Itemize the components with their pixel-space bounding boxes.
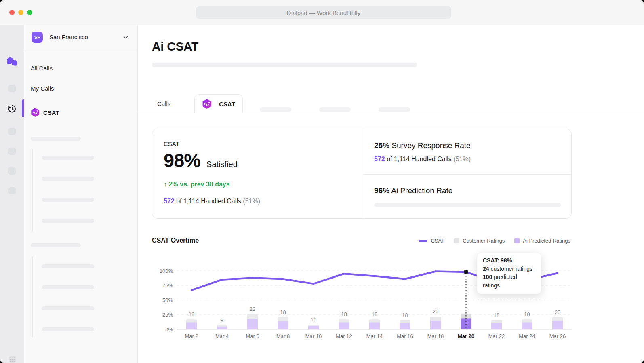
window-title: Dialpad — Work Beautifully xyxy=(196,6,451,19)
svg-text:22: 22 xyxy=(250,306,255,312)
skeleton-bar xyxy=(152,63,417,67)
page-title: Ai CSAT xyxy=(152,40,198,53)
tab-bar: Calls CSAT xyxy=(138,94,644,113)
svg-text:18: 18 xyxy=(494,312,499,318)
svg-text:Mar 24: Mar 24 xyxy=(519,333,535,339)
svg-text:100%: 100% xyxy=(160,268,173,274)
rail-item-placeholder[interactable] xyxy=(8,167,16,175)
svg-text:Mar 20: Mar 20 xyxy=(458,333,474,339)
skeleton-bar xyxy=(42,306,94,310)
csat-percentage: 98% xyxy=(164,149,200,171)
skeleton-bar xyxy=(374,203,561,207)
rail-item-placeholder[interactable] xyxy=(8,148,16,155)
svg-text:Mar 16: Mar 16 xyxy=(397,333,413,339)
chart-title: CSAT Overtime xyxy=(152,237,199,244)
skeleton-bar xyxy=(42,264,94,268)
tooltip-title: CSAT: 98% xyxy=(483,257,535,264)
titlebar: Dialpad — Work Beautifully xyxy=(0,0,644,25)
skeleton-bar xyxy=(42,327,94,331)
svg-text:18: 18 xyxy=(189,311,194,317)
chart-tooltip: CSAT: 98% 24 customer ratings 100 predic… xyxy=(477,253,541,294)
tooltip-predicted-ratings: 100 predicted ratings xyxy=(483,273,535,289)
svg-text:18: 18 xyxy=(402,312,408,318)
skeleton-tab xyxy=(260,107,291,112)
skeleton-bar xyxy=(42,156,94,160)
sidebar-item-csat[interactable]: CSAT xyxy=(24,105,137,120)
skeleton-group-line xyxy=(32,148,33,232)
svg-text:Mar 10: Mar 10 xyxy=(305,333,322,339)
svg-text:8: 8 xyxy=(221,317,223,323)
zoom-window-button[interactable] xyxy=(27,10,32,15)
sidebar-item-label: All Calls xyxy=(31,65,53,72)
skeleton-bar xyxy=(42,285,94,289)
svg-text:18: 18 xyxy=(341,311,347,317)
skeleton-bar xyxy=(42,198,94,202)
svg-text:Mar 4: Mar 4 xyxy=(215,333,229,339)
handled-calls-line: 572 of 1,114 Handled Calls (51%) xyxy=(374,156,471,163)
sidebar-item-label: CSAT xyxy=(43,109,59,116)
sidebar-item-all-calls[interactable]: All Calls xyxy=(24,61,137,75)
svg-text:18: 18 xyxy=(280,309,286,315)
tab-label: Calls xyxy=(157,100,170,107)
minimize-window-button[interactable] xyxy=(18,10,23,15)
skeleton-bar xyxy=(31,243,81,247)
svg-text:25%: 25% xyxy=(162,312,173,318)
legend-item-customer-ratings: Customer Ratings xyxy=(454,238,505,244)
main-content: Ai CSAT Calls CSAT CSAT 98% xyxy=(138,25,644,363)
rail-item-placeholder[interactable] xyxy=(8,128,16,135)
team-name: San Francisco xyxy=(49,34,88,40)
app-window: Dialpad — Work Beautifully xyxy=(0,0,644,363)
survey-response-rate: 25% Survey Response Rate xyxy=(374,141,471,150)
sidebar-item-my-calls[interactable]: My Calls xyxy=(24,81,137,95)
divider xyxy=(363,174,572,175)
svg-text:Mar 6: Mar 6 xyxy=(246,333,259,339)
skeleton-bar xyxy=(31,137,81,141)
svg-text:Mar 8: Mar 8 xyxy=(276,333,290,339)
ai-prediction-rate: 96% Ai Prediction Rate xyxy=(374,186,452,195)
csat-value: 98% Satisfied xyxy=(164,149,238,171)
dialpad-logo-icon xyxy=(6,57,18,67)
legend-item-ai-predicted-ratings: Ai Predicted Ratings xyxy=(514,238,570,244)
team-badge: SF xyxy=(32,32,43,43)
chevron-down-icon xyxy=(122,34,129,40)
svg-text:18: 18 xyxy=(372,311,377,317)
csat-label: CSAT xyxy=(164,140,179,147)
legend-item-csat: CSAT xyxy=(419,238,444,244)
legend-line-swatch xyxy=(419,240,427,242)
sidebar-item-label: My Calls xyxy=(31,85,54,92)
history-icon[interactable] xyxy=(7,103,17,114)
team-switcher[interactable]: SF San Francisco xyxy=(24,25,138,49)
rail-item-placeholder[interactable] xyxy=(8,187,16,194)
skeleton-tab xyxy=(319,107,351,112)
svg-text:Mar 12: Mar 12 xyxy=(336,333,352,339)
chart-legend: CSAT Customer Ratings Ai Predicted Ratin… xyxy=(419,238,570,244)
tab-calls[interactable]: Calls xyxy=(157,94,170,113)
rail-item-placeholder[interactable] xyxy=(8,85,16,92)
csat-trend: ↑ 2% vs. prev 30 days xyxy=(164,181,230,188)
sidebar: SF San Francisco All Calls My Calls CSAT xyxy=(24,25,138,363)
handled-calls-line: 572 of 1,114 Handled Calls (51%) xyxy=(164,198,260,205)
svg-text:10: 10 xyxy=(311,317,316,323)
csat-summary-card: CSAT 98% Satisfied ↑ 2% vs. prev 30 days… xyxy=(152,129,572,219)
skeleton-bar xyxy=(42,219,94,223)
svg-text:18: 18 xyxy=(524,311,530,317)
tooltip-customer-ratings: 24 customer ratings xyxy=(483,265,535,273)
close-window-button[interactable] xyxy=(9,10,15,15)
svg-text:Mar 14: Mar 14 xyxy=(366,333,383,339)
traffic-lights xyxy=(9,10,32,15)
skeleton-tab xyxy=(379,107,410,112)
svg-text:Mar 22: Mar 22 xyxy=(488,333,505,339)
svg-text:0%: 0% xyxy=(165,327,173,333)
svg-text:Mar 2: Mar 2 xyxy=(185,333,198,339)
svg-text:20: 20 xyxy=(433,308,438,314)
svg-text:20: 20 xyxy=(555,309,560,315)
csat-suffix: Satisfied xyxy=(206,160,238,169)
ai-hexagon-icon xyxy=(31,108,40,117)
svg-text:75%: 75% xyxy=(162,283,173,289)
svg-text:50%: 50% xyxy=(162,297,173,303)
nav-rail xyxy=(0,25,24,363)
svg-text:Mar 26: Mar 26 xyxy=(549,333,566,339)
skeleton-group-line xyxy=(32,256,33,337)
app-grid-icon[interactable] xyxy=(9,356,16,363)
tab-csat[interactable]: CSAT xyxy=(194,94,243,113)
